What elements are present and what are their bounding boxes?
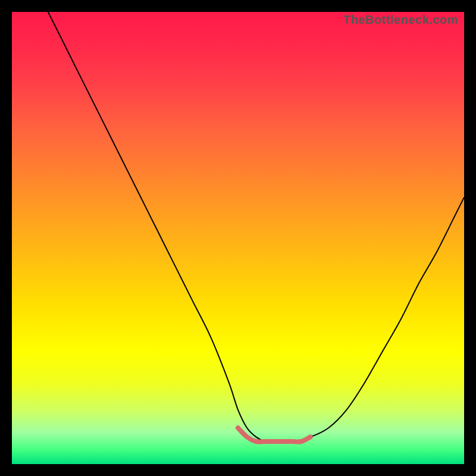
main-curve <box>48 12 464 442</box>
curve-overlay <box>12 12 464 464</box>
plot-area: TheBottleneck.com <box>12 12 464 464</box>
chart-container: TheBottleneck.com <box>0 0 476 476</box>
